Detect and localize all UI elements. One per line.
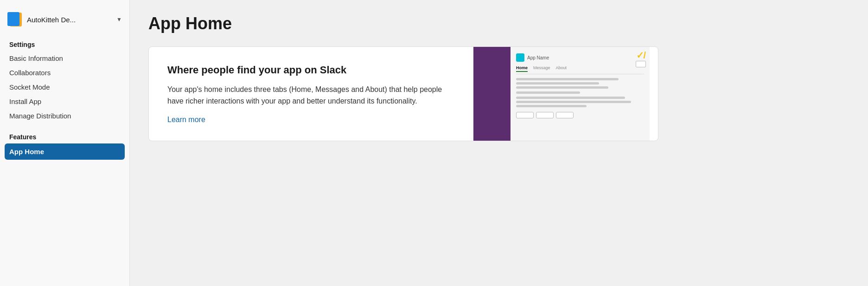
card-illustration: ✓/ App Name Home Message About: [473, 47, 650, 141]
sidebar-item-install-app[interactable]: Install App: [0, 94, 129, 109]
page-title: App Home: [148, 14, 849, 33]
mockup-btn-2: [536, 112, 554, 118]
mockup-line: [516, 82, 599, 84]
mockup-btn-3: [556, 112, 574, 118]
mockup-line: [516, 97, 625, 99]
settings-section-label: Settings: [0, 37, 129, 51]
app-name-label: AutoKitteh De...: [27, 16, 112, 24]
sidebar-item-basic-information[interactable]: Basic Information: [0, 51, 129, 65]
mockup-lines-2: [516, 91, 644, 94]
mockup-button-row: [516, 112, 644, 118]
main-content: App Home Where people find your app on S…: [130, 0, 868, 286]
card-heading: Where people find your app on Slack: [167, 64, 455, 77]
card-body-text: Your app's home includes three tabs (Hom…: [167, 84, 455, 107]
sidebar-item-manage-distribution[interactable]: Manage Distribution: [0, 109, 129, 123]
app-icon: [7, 12, 22, 27]
sidebar: AutoKitteh De... ▼ Settings Basic Inform…: [0, 0, 130, 286]
mockup-app-icon: [516, 53, 524, 62]
mockup-tab-home: Home: [516, 65, 528, 72]
yellow-check-icon: ✓/: [636, 51, 645, 60]
mockup-tabs: Home Message About: [516, 65, 644, 74]
sidebar-item-app-home[interactable]: App Home: [5, 143, 125, 160]
sidebar-item-socket-mode[interactable]: Socket Mode: [0, 80, 129, 94]
mockup-line: [516, 86, 608, 89]
mockup-app-row: App Name: [516, 53, 644, 62]
mockup-line: [516, 101, 631, 103]
mockup-container: ✓/ App Name Home Message About: [473, 47, 650, 141]
mockup-check-box: [636, 61, 646, 67]
mockup-sidebar: [473, 47, 511, 141]
mockup-lines-1: [516, 78, 644, 89]
mockup-btn-1: [516, 112, 534, 118]
mockup-line: [516, 78, 619, 80]
app-selector[interactable]: AutoKitteh De... ▼: [0, 7, 129, 35]
info-card: Where people find your app on Slack Your…: [148, 46, 658, 141]
dropdown-arrow-icon: ▼: [116, 16, 122, 23]
sidebar-item-collaborators[interactable]: Collaborators: [0, 65, 129, 80]
learn-more-link[interactable]: Learn more: [167, 116, 205, 124]
features-section-label: Features: [0, 130, 129, 143]
card-text-section: Where people find your app on Slack Your…: [149, 47, 473, 141]
mockup-content: ✓/ App Name Home Message About: [511, 47, 650, 141]
mockup-lines-3: [516, 97, 644, 107]
mockup-app-name-label: App Name: [527, 55, 549, 60]
mockup-line: [516, 91, 580, 94]
mockup-tab-message: Message: [533, 65, 550, 72]
mockup-line: [516, 105, 587, 107]
mockup-tab-about: About: [556, 65, 567, 72]
